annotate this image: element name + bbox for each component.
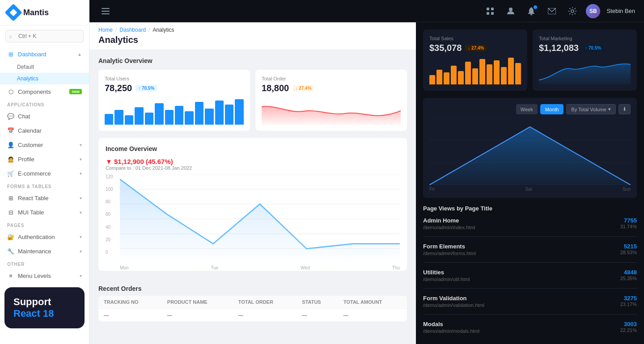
chevron-down-icon2: ▾	[80, 157, 82, 162]
orders-table: TRACKING NO PRODUCT NAME TOTAL ORDER STA…	[98, 296, 407, 322]
dark-income-section: Week Month By Total Volume ▾ ⬇	[416, 91, 644, 198]
breadcrumb: Home / Dashboard / Analytics	[98, 27, 407, 33]
notification-icon[interactable]	[524, 4, 538, 18]
volume-button[interactable]: By Total Volume ▾	[566, 104, 616, 114]
svg-rect-0	[102, 8, 110, 9]
settings-icon[interactable]	[565, 4, 580, 18]
svg-point-10	[571, 10, 574, 13]
svg-point-7	[509, 8, 513, 11]
section-pages: Pages	[0, 219, 89, 230]
sidebar-label-ecommerce: E-commerce	[18, 170, 51, 177]
apps-icon[interactable]	[483, 4, 497, 18]
col-tracking: TRACKING NO	[98, 296, 162, 309]
sidebar-item-components[interactable]: ⬡ Components new	[0, 84, 89, 99]
week-button[interactable]: Week	[516, 104, 538, 114]
sidebar-item-calendar[interactable]: 📅 Calendar	[0, 123, 89, 138]
chevron-down-icon4: ▾	[80, 196, 82, 201]
users-chart	[105, 98, 244, 125]
breadcrumb-home[interactable]: Home	[98, 27, 113, 33]
income-compare: Compare to : 01 Dec 2021-08 Jan 2022	[106, 165, 192, 171]
download-button[interactable]: ⬇	[619, 104, 631, 114]
hamburger-icon[interactable]	[98, 4, 113, 18]
overview-title: Analytic Overview	[98, 57, 407, 64]
sidebar-label-chat: Chat	[18, 113, 30, 120]
svg-rect-5	[487, 12, 489, 15]
sidebar-sub-analytics[interactable]: Analytics	[0, 73, 89, 84]
sidebar-item-react-table[interactable]: ⊞ React Table ▾	[0, 191, 89, 205]
sidebar-item-chat[interactable]: 💬 Chat	[0, 109, 89, 123]
chevron-down-icon7: ▾	[80, 249, 82, 254]
dark-card-sales: Total Sales $35,078 ↓ 27.4%	[423, 29, 527, 91]
person-icon[interactable]	[504, 4, 518, 18]
income-title: Income Overview	[106, 145, 400, 152]
sidebar-item-menu-levels[interactable]: ≡ Menu Levels ▾	[0, 268, 89, 283]
svg-rect-2	[102, 13, 110, 14]
sidebar-label-calendar: Calendar	[18, 127, 42, 134]
components-badge: new	[69, 89, 82, 94]
profile-icon: 🙍	[7, 155, 14, 163]
avatar[interactable]: SB	[586, 4, 600, 18]
sidebar-item-authentication[interactable]: 🔐 Authentication ▾	[0, 230, 89, 244]
topbar-right: SB Stebin Ben	[483, 4, 635, 18]
pv-item-admin-home: Admin Home /demo/admin/index.html 7755 3…	[423, 217, 637, 237]
sidebar-label-menu-levels: Menu Levels	[18, 273, 51, 279]
svg-rect-6	[491, 12, 494, 15]
chat-icon: 💬	[7, 113, 14, 120]
sidebar-item-profile[interactable]: 🙍 Profile ▾	[0, 152, 89, 166]
svg-point-8	[530, 14, 532, 15]
main-content: SB Stebin Ben Home / Dashboard / Analyti…	[89, 0, 644, 344]
sidebar-label-customer: Customer	[18, 142, 43, 148]
sales-value: $35,078 ↓ 27.4%	[429, 43, 521, 53]
users-label: Total Users	[105, 76, 244, 81]
page-views-section: Page Views by Page Title Admin Home /dem…	[416, 198, 644, 344]
sidebar-sub-default[interactable]: Default	[0, 61, 89, 73]
sidebar-item-customer[interactable]: 👤 Customer ▾	[0, 138, 89, 152]
income-header: ▼ $1,12,900 (45.67%) Compare to : 01 Dec…	[106, 158, 400, 171]
month-button[interactable]: Month	[540, 104, 564, 114]
pv-item-utilities: Utilities /demo/admin/util.html 4848 25.…	[423, 269, 637, 289]
marketing-chart	[539, 58, 631, 84]
pv-item-form-elements: Form Elements /demo/admin/forms.html 521…	[423, 243, 637, 263]
calendar-icon: 📅	[7, 127, 14, 134]
logo-icon	[4, 4, 22, 21]
breadcrumb-dashboard[interactable]: Dashboard	[119, 27, 146, 33]
sales-badge: ↓ 27.4%	[465, 45, 487, 51]
users-badge: ↑ 70.5%	[136, 85, 157, 92]
components-icon: ⬡	[7, 88, 14, 95]
table-row[interactable]: —————	[98, 309, 407, 322]
income-chart: 120 100 80 60 40 20 0	[106, 174, 400, 264]
user-name: Stebin Ben	[606, 8, 635, 14]
users-value: 78,250 ↑ 70.5%	[105, 83, 244, 93]
section-other: Other	[0, 258, 89, 268]
breadcrumb-bar: Home / Dashboard / Analytics Analytics	[89, 22, 416, 50]
mail-icon[interactable]	[545, 4, 559, 18]
sidebar-label-dashboard: Dashboard	[18, 51, 47, 58]
auth-icon: 🔐	[7, 233, 14, 240]
support-popup[interactable]: Support React 18	[4, 287, 85, 328]
sales-chart	[429, 58, 521, 84]
marketing-label: Total Marketing	[539, 36, 631, 41]
col-status: STATUS	[297, 296, 338, 309]
x-axis: Mon Tue Wed Thu	[120, 265, 400, 270]
dark-chart	[429, 118, 631, 185]
sidebar-item-dashboard[interactable]: ⊞ Dashboard ▲	[0, 47, 89, 61]
income-card: Income Overview ▼ $1,12,900 (45.67%) Com…	[98, 138, 407, 271]
customer-icon: 👤	[7, 141, 14, 148]
svg-rect-4	[491, 8, 494, 10]
page-title: Analytics	[98, 35, 407, 45]
sidebar-label-profile: Profile	[18, 156, 34, 163]
section-applications: Applications	[0, 99, 89, 109]
topbar: SB Stebin Ben	[89, 0, 644, 22]
dark-x-axis: Fri Sat Sun	[429, 187, 631, 192]
sidebar-label-authentication: Authentication	[18, 234, 55, 240]
maintenance-icon: 🔧	[7, 248, 14, 255]
sidebar-item-mui-table[interactable]: ⊟ MUI Table ▾	[0, 205, 89, 219]
stat-card-users: Total Users 78,250 ↑ 70.5%	[98, 70, 250, 131]
marketing-value: $1,12,083 ↑ 70.5%	[539, 43, 631, 53]
sidebar-label-components: Components	[18, 88, 51, 95]
search-input[interactable]	[5, 30, 84, 42]
sidebar-item-ecommerce[interactable]: 🛒 E-commerce ▾	[0, 166, 89, 180]
section-forms: Forms & Tables	[0, 180, 89, 191]
dashboard-icon: ⊞	[7, 50, 14, 58]
sidebar-item-maintenance[interactable]: 🔧 Maintenance ▾	[0, 244, 89, 258]
